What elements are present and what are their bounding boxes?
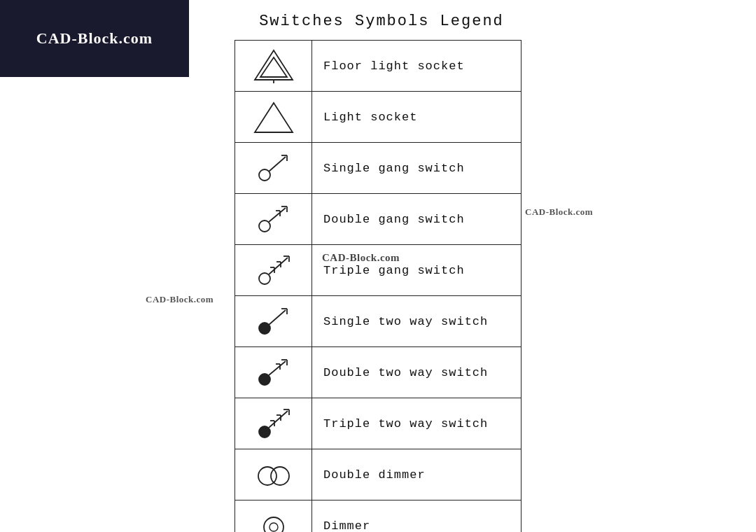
light-socket-icon — [249, 96, 298, 138]
label-triple-gang-switch: Triple gang switch — [312, 245, 522, 296]
svg-point-43 — [270, 523, 278, 531]
page-title: Switches Symbols Legend — [234, 0, 528, 40]
svg-line-27 — [269, 361, 286, 375]
table-row: Light socket — [235, 92, 522, 143]
svg-point-8 — [259, 220, 270, 232]
symbol-cell — [235, 143, 312, 194]
table-row: Single two way switch — [235, 296, 522, 347]
label-floor-light-socket: Floor light socket — [312, 41, 522, 92]
table-row: Floor light socket — [235, 41, 522, 92]
table-row: Single gang switch — [235, 143, 522, 194]
table-row: Triple two way switch — [235, 398, 522, 449]
double-dimmer-icon — [249, 454, 298, 496]
single-two-way-switch-icon — [249, 300, 298, 342]
symbol-cell — [235, 449, 312, 500]
double-gang-switch-icon — [249, 198, 298, 240]
svg-point-32 — [259, 426, 270, 438]
svg-line-23 — [269, 310, 286, 325]
svg-marker-0 — [255, 50, 293, 80]
label-single-gang-switch: Single gang switch — [312, 143, 522, 194]
label-double-dimmer: Double dimmer — [312, 449, 522, 500]
symbol-cell — [235, 296, 312, 347]
svg-line-15 — [269, 258, 288, 274]
svg-marker-3 — [255, 103, 293, 132]
dimmer-icon — [249, 505, 298, 532]
symbol-cell — [235, 245, 312, 296]
table-row: Double dimmer — [235, 449, 522, 500]
label-dimmer: Dimmer — [312, 500, 522, 533]
label-double-gang-switch: Double gang switch — [312, 194, 522, 245]
label-triple-two-way-switch: Triple two way switch — [312, 398, 522, 449]
symbol-cell — [235, 398, 312, 449]
triple-gang-switch-icon — [249, 249, 298, 291]
label-double-two-way-switch: Double two way switch — [312, 347, 522, 398]
main-content: Switches Symbols Legend Floor light sock… — [234, 0, 528, 532]
svg-line-9 — [269, 208, 286, 222]
svg-point-14 — [259, 273, 270, 284]
watermark-right: CAD-Block.com — [525, 206, 593, 218]
table-row: Triple gang switch — [235, 245, 522, 296]
svg-point-26 — [259, 374, 270, 385]
svg-point-42 — [264, 517, 284, 532]
svg-line-33 — [269, 411, 288, 428]
table-row: Double gang switch — [235, 194, 522, 245]
symbol-cell — [235, 92, 312, 143]
label-light-socket: Light socket — [312, 92, 522, 143]
table-row: Dimmer — [235, 500, 522, 533]
logo-text: CAD-Block.com — [36, 29, 153, 48]
watermark-left: CAD-Block.com — [146, 294, 214, 305]
label-single-two-way-switch: Single two way switch — [312, 296, 522, 347]
triple-two-way-switch-icon — [249, 402, 298, 444]
floor-light-socket-icon — [249, 45, 298, 87]
double-two-way-switch-icon — [249, 351, 298, 393]
symbol-cell — [235, 41, 312, 92]
symbol-cell — [235, 500, 312, 533]
logo-topleft: CAD-Block.com — [0, 0, 189, 77]
svg-line-5 — [269, 157, 286, 172]
legend-table: Floor light socket Light socket — [234, 40, 522, 532]
symbol-cell — [235, 347, 312, 398]
single-gang-switch-icon — [249, 147, 298, 189]
svg-marker-1 — [260, 57, 287, 77]
svg-point-41 — [271, 467, 289, 485]
symbol-cell — [235, 194, 312, 245]
table-row: Double two way switch — [235, 347, 522, 398]
